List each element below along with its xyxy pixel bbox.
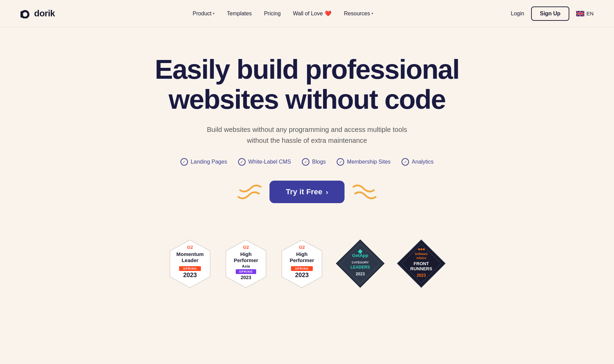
squiggle-left-icon (237, 182, 264, 202)
nav-links: Product ▾ Templates Pricing Wall of Love… (193, 10, 373, 17)
g2-logo: G2 (243, 245, 249, 250)
badge-subyear: 2023 (240, 275, 251, 280)
hero-subtitle: Build websites without any programming a… (116, 124, 498, 146)
badge-title: Momentum Leader (176, 251, 204, 263)
nav-resources[interactable]: Resources ▾ (344, 11, 373, 17)
badges-row: G2 Momentum Leader SPRING 2023 G2 HighPe… (0, 237, 614, 290)
nav-product[interactable]: Product ▾ (193, 11, 215, 17)
feature-blogs: ✓ Blogs (302, 158, 326, 166)
nav-pricing[interactable]: Pricing (264, 11, 281, 16)
badge-title: HighPerformer (290, 251, 314, 263)
svg-text:2023: 2023 (356, 272, 365, 276)
check-icon: ✓ (337, 158, 344, 166)
check-icon: ✓ (401, 158, 409, 166)
badge-high-performer-asia: G2 HighPerformer Asia SPRING 2023 (222, 237, 270, 290)
product-arrow-icon: ▾ (213, 12, 215, 15)
svg-text:CATEGORY: CATEGORY (352, 261, 369, 264)
g2-logo: G2 (187, 245, 193, 250)
logo-text: dorik (34, 8, 55, 19)
feature-analytics: ✓ Analytics (401, 158, 434, 166)
features-row: ✓ Landing Pages ✓ White-Label CMS ✓ Blog… (116, 158, 498, 166)
check-icon: ✓ (238, 158, 246, 166)
badge-ribbon: SPRING (236, 269, 257, 274)
badge-year: 2023 (295, 272, 309, 279)
badge-ribbon: SPRING (179, 266, 201, 271)
badge-software-advice: Software Advice FRONT RUNNERS 2023 (395, 237, 448, 290)
feature-membership-sites: ✓ Membership Sites (337, 158, 391, 166)
arrow-right-icon: › (326, 188, 328, 196)
navigation: dorik Product ▾ Templates Pricing Wall o… (0, 0, 614, 27)
login-link[interactable]: Login (511, 11, 524, 17)
svg-point-1 (22, 11, 29, 18)
hero-section: Easily build professional websites witho… (102, 27, 512, 237)
svg-text:RUNNERS: RUNNERS (410, 266, 433, 271)
nav-right: Login Sign Up EN (511, 6, 594, 21)
cta-area: Try it Free › (116, 181, 498, 203)
check-icon: ✓ (180, 158, 188, 166)
badge-subtitle: Asia (242, 264, 250, 268)
svg-rect-19 (423, 248, 425, 250)
badge-momentum-leader: G2 Momentum Leader SPRING 2023 (166, 237, 214, 290)
software-advice-badge-shape: Software Advice FRONT RUNNERS 2023 (395, 237, 448, 290)
svg-text:LEADERS: LEADERS (350, 265, 370, 270)
check-icon: ✓ (302, 158, 309, 166)
svg-rect-18 (421, 248, 422, 250)
hero-title: Easily build professional websites witho… (116, 55, 498, 115)
nav-wall-of-love[interactable]: Wall of Love ❤️ (293, 10, 332, 17)
logo[interactable]: dorik (20, 8, 55, 19)
svg-rect-17 (418, 248, 420, 250)
badge-getapp: GetApp CATEGORY LEADERS 2023 (334, 237, 387, 290)
resources-arrow-icon: ▾ (371, 12, 373, 15)
badge-ribbon: SPRING (291, 266, 313, 271)
language-selector[interactable]: EN (576, 11, 594, 16)
try-it-free-button[interactable]: Try it Free › (269, 181, 345, 203)
feature-landing-pages: ✓ Landing Pages (180, 158, 227, 166)
g2-logo: G2 (299, 245, 305, 250)
svg-text:Software: Software (415, 252, 428, 256)
heart-icon: ❤️ (325, 10, 332, 17)
nav-templates[interactable]: Templates (227, 11, 252, 16)
badge-year: 2023 (183, 272, 197, 279)
svg-text:Advice: Advice (416, 256, 426, 260)
badge-title: HighPerformer (234, 251, 258, 263)
getapp-badge-shape: GetApp CATEGORY LEADERS 2023 (334, 237, 387, 290)
flag-icon (576, 11, 584, 16)
signup-button[interactable]: Sign Up (531, 6, 569, 21)
svg-text:2023: 2023 (417, 273, 426, 278)
feature-white-label-cms: ✓ White-Label CMS (238, 158, 291, 166)
svg-text:FRONT: FRONT (414, 261, 429, 266)
badge-high-performer-spring: G2 HighPerformer SPRING 2023 (278, 237, 326, 290)
squiggle-right-icon (350, 182, 377, 202)
